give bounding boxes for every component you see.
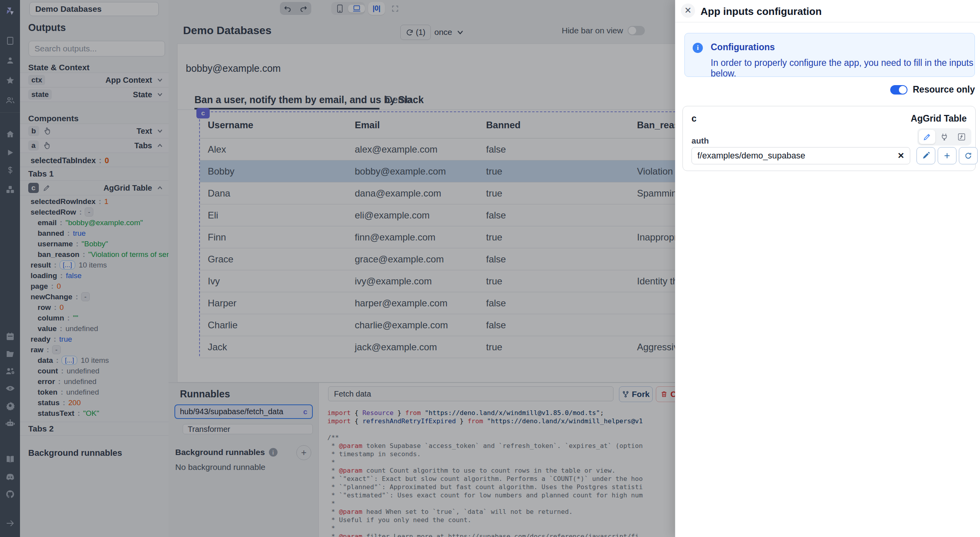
undo-button[interactable] xyxy=(280,4,296,13)
fork-button[interactable]: Fork xyxy=(619,386,653,402)
component-input-card: c AgGrid Table auth f/examples/demo_supa… xyxy=(682,106,976,171)
collapse-chip[interactable]: - xyxy=(81,292,90,301)
resource-path-input[interactable]: f/examples/demo_supabase ✕ xyxy=(691,147,910,164)
tree-row-banned[interactable]: banned:true xyxy=(20,228,169,238)
tree-row-value[interactable]: value:undefined xyxy=(20,323,169,334)
tree-row-statusText[interactable]: statusText:"OK" xyxy=(20,408,169,419)
users-icon[interactable] xyxy=(0,93,20,107)
column-header-email[interactable]: Email xyxy=(347,120,478,131)
transformer-label: Transformer xyxy=(188,425,230,434)
tree-row-result[interactable]: result:[...]10 items xyxy=(20,260,169,270)
discord-icon[interactable] xyxy=(0,470,20,484)
add-resource-button[interactable] xyxy=(938,147,956,164)
tree-row-raw[interactable]: raw:- xyxy=(20,344,169,355)
tree-row-status[interactable]: status:200 xyxy=(20,397,169,408)
calendar-icon[interactable] xyxy=(0,329,20,344)
gear-icon[interactable] xyxy=(0,399,20,413)
center-align-icon[interactable]: |0| xyxy=(368,4,385,13)
tree-row-page[interactable]: page:0 xyxy=(20,281,169,291)
users-gear-icon[interactable] xyxy=(0,364,20,378)
ctx-key: ctx xyxy=(28,75,45,85)
cubes-icon[interactable] xyxy=(0,182,20,197)
mobile-view-button[interactable] xyxy=(331,4,348,13)
output-row-component-c[interactable]: c AgGrid Table xyxy=(20,180,169,195)
c-key: c xyxy=(28,183,39,193)
tree-row-column[interactable]: column:"" xyxy=(20,313,169,323)
app-name-input[interactable]: Demo Databases xyxy=(29,2,159,16)
tree-row-ban_reason[interactable]: ban_reason:"Violation of terms of servic… xyxy=(20,249,169,260)
tree-row-ready[interactable]: ready:true xyxy=(20,334,169,344)
windmill-app-editor: Demo Databases Outputs Search outputs...… xyxy=(0,0,980,537)
chevron-up-icon[interactable] xyxy=(156,142,164,149)
user-icon[interactable] xyxy=(0,53,20,67)
column-header-banned[interactable]: Banned xyxy=(478,120,629,131)
connect-mode-button[interactable] xyxy=(936,130,953,144)
collapse-chip[interactable]: - xyxy=(52,345,61,354)
tree-row-newChange[interactable]: newChange:- xyxy=(20,291,169,302)
tree-row-row[interactable]: row:0 xyxy=(20,302,169,313)
tabs1-section[interactable]: Tabs 1 xyxy=(20,167,169,181)
tab-demo[interactable]: Demo xyxy=(385,94,412,106)
tree-row-token[interactable]: token:undefined xyxy=(20,387,169,397)
close-icon[interactable]: ✕ xyxy=(681,4,695,18)
output-row-component-b[interactable]: b Text xyxy=(20,124,169,138)
output-row-state[interactable]: state State xyxy=(20,87,169,102)
play-icon[interactable] xyxy=(0,146,20,160)
pencil-icon[interactable] xyxy=(43,184,51,192)
cell-email: ivy@example.com xyxy=(347,276,478,287)
tree-row-data[interactable]: data:[...]10 items xyxy=(20,355,169,366)
search-outputs-input[interactable]: Search outputs... xyxy=(29,41,165,56)
clear-input-icon[interactable]: ✕ xyxy=(897,151,904,160)
cell-email: eli@example.com xyxy=(347,210,478,221)
output-row-ctx[interactable]: ctx App Context xyxy=(20,73,169,87)
collapse-chip[interactable]: [...] xyxy=(60,260,75,269)
fullscreen-icon[interactable] xyxy=(387,5,403,13)
arrow-right-icon[interactable] xyxy=(0,516,20,530)
github-icon[interactable] xyxy=(0,487,20,501)
collapse-chip[interactable]: [...] xyxy=(62,356,77,365)
hide-bar-toggle[interactable] xyxy=(628,26,645,35)
redo-button[interactable] xyxy=(296,4,311,13)
star-icon[interactable] xyxy=(0,73,20,87)
tree-row-count[interactable]: count:undefined xyxy=(20,366,169,376)
edit-resource-button[interactable] xyxy=(916,147,935,164)
home-icon[interactable] xyxy=(0,127,20,141)
eval-mode-button[interactable] xyxy=(953,130,970,144)
dollar-icon[interactable] xyxy=(0,163,20,177)
fork-icon xyxy=(622,390,629,398)
column-header-username[interactable]: Username xyxy=(200,120,347,131)
static-mode-button[interactable] xyxy=(919,130,935,144)
tree-row-loading[interactable]: loading:false xyxy=(20,270,169,281)
desktop-view-button[interactable] xyxy=(348,5,365,13)
chevron-down-icon[interactable] xyxy=(156,127,164,135)
cell-email: alex@example.com xyxy=(347,144,478,155)
tree-row-username[interactable]: username:"Bobby" xyxy=(20,238,169,249)
selected-tab-index-value: 0 xyxy=(105,156,109,165)
tree-row-selectedRowIndex[interactable]: selectedRowIndex:1 xyxy=(20,196,169,207)
runnable-name-input[interactable]: Fetch data xyxy=(328,386,613,401)
state-context-title: State & Context xyxy=(28,63,89,72)
runnable-item-transformer[interactable]: Transformer xyxy=(183,424,313,434)
collapse-chip[interactable]: - xyxy=(85,208,93,217)
tabs2-section[interactable]: Tabs 2 xyxy=(20,422,169,436)
folder-icon[interactable] xyxy=(0,347,20,361)
tree-row-email[interactable]: email:"bobby@example.com" xyxy=(20,217,169,228)
refresh-resource-button[interactable] xyxy=(959,147,978,164)
tree-row-error[interactable]: error:undefined xyxy=(20,376,169,387)
runnable-item-fetch-data[interactable]: hub/943/supabase/fetch_data c xyxy=(174,404,313,419)
chevron-up-icon[interactable] xyxy=(156,184,164,192)
chevron-down-icon[interactable] xyxy=(156,91,164,98)
refresh-button[interactable]: (1) xyxy=(400,25,431,40)
add-background-runnable-button[interactable]: + xyxy=(296,445,311,460)
tree-row-selectedRow[interactable]: selectedRow:- xyxy=(20,207,169,217)
output-row-component-a[interactable]: a Tabs xyxy=(20,138,169,153)
book-icon[interactable] xyxy=(0,452,20,466)
resource-only-row: Resource only xyxy=(675,84,975,95)
schedule-dropdown[interactable]: once xyxy=(434,25,464,39)
chevron-down-icon[interactable] xyxy=(156,76,164,84)
building-icon[interactable] xyxy=(0,34,20,48)
eye-icon[interactable] xyxy=(0,381,20,395)
robot-icon[interactable] xyxy=(0,416,20,430)
plug-icon xyxy=(940,133,949,141)
resource-only-toggle[interactable] xyxy=(890,85,907,95)
